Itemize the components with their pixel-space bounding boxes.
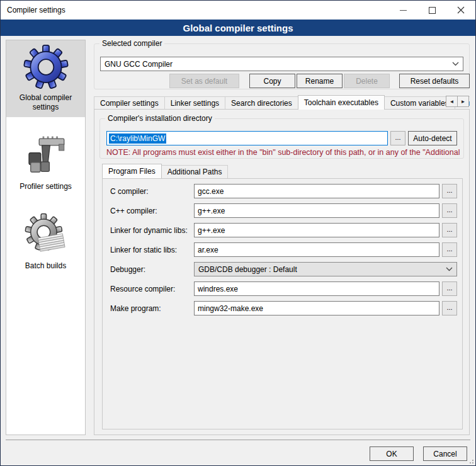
- compiler-select[interactable]: GNU GCC Compiler: [100, 57, 463, 71]
- make-program-input[interactable]: [194, 301, 439, 315]
- toolchain-executables-page: Compiler's installation directory C:\ray…: [94, 109, 470, 435]
- sidebar-item-profiler-settings[interactable]: Profiler settings: [6, 120, 85, 196]
- tab-custom-variables[interactable]: Custom variables: [384, 96, 455, 110]
- sidebar-item-label: Profiler settings: [20, 182, 72, 191]
- debugger-select[interactable]: GDB/CDB debugger : Default: [194, 262, 457, 276]
- tab-scroll-arrows: ◄ ►: [446, 96, 469, 107]
- resource-compiler-label: Resource compiler:: [110, 285, 194, 293]
- cpp-compiler-label: C++ compiler:: [110, 207, 194, 215]
- sidebar-item-batch-builds[interactable]: Batch builds: [6, 199, 85, 276]
- make-program-browse-button[interactable]: ...: [442, 301, 457, 315]
- selected-compiler-group: Selected compiler GNU GCC Compiler Set a…: [94, 43, 470, 89]
- static-linker-browse-button[interactable]: ...: [442, 242, 457, 257]
- window-title: Compiler settings: [7, 6, 65, 14]
- tab-search-directories[interactable]: Search directories: [225, 96, 298, 110]
- set-as-default-button[interactable]: Set as default: [169, 74, 239, 88]
- sidebar: Global compiler settings Profiler settin…: [6, 40, 86, 435]
- installation-directory-row: C:\raylib\MinGW ... Auto-detect: [106, 131, 457, 145]
- compiler-settings-window: Compiler settings Global compiler settin…: [0, 0, 476, 466]
- gray-gear-stack-icon: [23, 213, 69, 258]
- tab-linker-settings[interactable]: Linker settings: [164, 96, 225, 110]
- debugger-select-value: GDB/CDB debugger : Default: [198, 265, 446, 274]
- ok-button[interactable]: OK: [370, 446, 414, 461]
- close-button[interactable]: [446, 1, 475, 20]
- maximize-icon: [429, 7, 436, 14]
- installation-directory-value: C:\raylib\MinGW: [109, 134, 166, 144]
- static-linker-input[interactable]: [194, 242, 439, 257]
- program-files-page: C compiler: ... C++ compiler: ... Linker…: [102, 178, 463, 429]
- tab-scroll-left-button[interactable]: ◄: [446, 96, 458, 107]
- compiler-select-value: GNU GCC Compiler: [105, 60, 452, 69]
- tab-additional-paths[interactable]: Additional Paths: [161, 165, 229, 178]
- minimize-button[interactable]: [388, 1, 417, 20]
- sidebar-item-global-compiler-settings[interactable]: Global compiler settings: [6, 40, 85, 117]
- c-compiler-browse-button[interactable]: ...: [442, 184, 457, 198]
- static-linker-row: Linker for static libs: ...: [110, 242, 457, 257]
- dynamic-linker-row: Linker for dynamic libs: ...: [110, 223, 457, 237]
- chevron-down-icon: [446, 267, 453, 271]
- cancel-button[interactable]: Cancel: [423, 446, 467, 461]
- program-files-notebook: Program Files Additional Paths C compile…: [102, 164, 463, 429]
- c-compiler-input[interactable]: [194, 184, 439, 198]
- close-icon: [457, 6, 465, 14]
- installation-directory-group: Compiler's installation directory C:\ray…: [99, 118, 464, 159]
- scroll-left-icon: ◄: [450, 99, 455, 105]
- bin-subdirectory-note: NOTE: All programs must exist either in …: [106, 148, 463, 157]
- sidebar-item-label: Batch builds: [25, 261, 66, 271]
- static-linker-label: Linker for static libs:: [110, 246, 194, 254]
- resource-compiler-input[interactable]: [194, 281, 439, 296]
- delete-button[interactable]: Delete: [344, 74, 390, 88]
- dynamic-linker-label: Linker for dynamic libs:: [110, 226, 194, 235]
- c-compiler-label: C compiler:: [110, 187, 194, 196]
- cpp-compiler-browse-button[interactable]: ...: [442, 203, 457, 218]
- resource-compiler-browse-button[interactable]: ...: [442, 281, 457, 296]
- resource-compiler-row: Resource compiler: ...: [110, 281, 457, 296]
- window-controls: [388, 1, 475, 20]
- installation-directory-input[interactable]: C:\raylib\MinGW: [106, 131, 388, 145]
- minimize-icon: [400, 10, 407, 11]
- debugger-label: Debugger:: [110, 265, 194, 274]
- dialog-header: Global compiler settings: [1, 20, 475, 36]
- installation-directory-browse-button[interactable]: ...: [390, 131, 405, 145]
- c-compiler-row: C compiler: ...: [110, 184, 457, 198]
- main-area: Selected compiler GNU GCC Compiler Set a…: [92, 40, 472, 435]
- selected-compiler-legend: Selected compiler: [99, 39, 164, 48]
- settings-tab-bar: Compiler settings Linker settings Search…: [94, 95, 470, 110]
- tab-program-files[interactable]: Program Files: [102, 164, 162, 178]
- tab-scroll-right-button[interactable]: ►: [457, 96, 469, 107]
- auto-detect-button[interactable]: Auto-detect: [408, 131, 457, 145]
- dynamic-linker-browse-button[interactable]: ...: [442, 223, 457, 237]
- make-program-row: Make program: ...: [110, 301, 457, 315]
- maximize-button[interactable]: [417, 1, 446, 20]
- tab-compiler-settings[interactable]: Compiler settings: [94, 96, 165, 110]
- program-files-tab-bar: Program Files Additional Paths: [102, 164, 463, 178]
- copy-button[interactable]: Copy: [249, 74, 295, 88]
- make-program-label: Make program:: [110, 304, 194, 313]
- installation-directory-legend: Compiler's installation directory: [105, 114, 215, 123]
- sidebar-item-label: Global compiler settings: [8, 93, 84, 112]
- rename-button[interactable]: Rename: [297, 74, 343, 88]
- cpp-compiler-row: C++ compiler: ...: [110, 203, 457, 218]
- chevron-down-icon: [452, 62, 459, 66]
- cpp-compiler-input[interactable]: [194, 203, 439, 218]
- tab-toolchain-executables[interactable]: Toolchain executables: [298, 95, 385, 110]
- blue-gear-icon: [21, 44, 71, 90]
- reset-defaults-button[interactable]: Reset defaults: [399, 74, 470, 88]
- scroll-right-icon: ►: [461, 99, 466, 105]
- caliper-tool-icon: [23, 134, 69, 179]
- resize-grip[interactable]: [467, 457, 473, 463]
- page-title: Global compiler settings: [183, 23, 293, 33]
- debugger-row: Debugger: GDB/CDB debugger : Default: [110, 262, 457, 276]
- title-bar[interactable]: Compiler settings: [1, 1, 475, 20]
- dynamic-linker-input[interactable]: [194, 223, 439, 237]
- footer-divider: [6, 440, 470, 440]
